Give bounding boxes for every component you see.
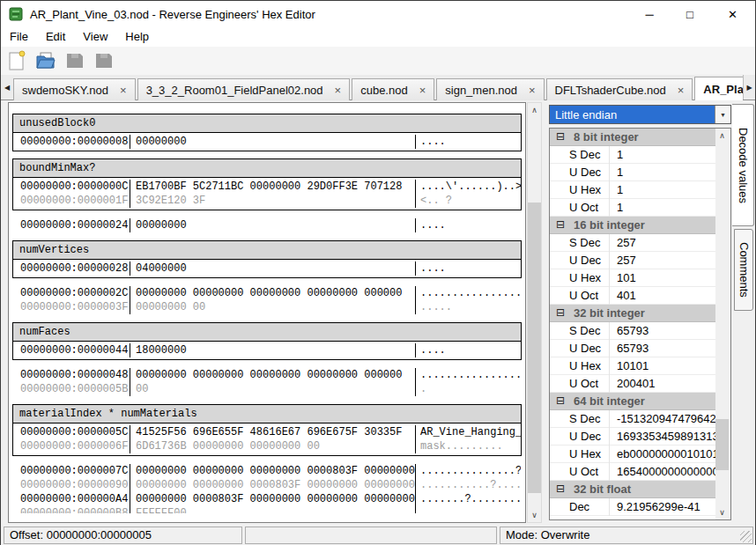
decode-value-cell[interactable]: 9.21956299e-41 bbox=[610, 500, 715, 513]
decode-scroll-up-button[interactable]: ∧ bbox=[715, 129, 729, 143]
hex-row[interactable]: 00000000:0000002400000000.... bbox=[13, 218, 521, 232]
ascii-cell[interactable]: AR_Vine_Hanging_03_ bbox=[415, 425, 521, 439]
hex-bytes-cell[interactable]: 00000000 bbox=[130, 135, 415, 149]
collapse-icon[interactable]: ⊟ bbox=[556, 308, 566, 318]
hex-bytes-cell[interactable]: 18000000 bbox=[130, 343, 415, 357]
close-button[interactable]: ✕ bbox=[710, 1, 755, 27]
file-tab[interactable]: DFLTshaderCube.nod× bbox=[546, 78, 693, 100]
decode-value-cell[interactable]: 1 bbox=[610, 201, 715, 214]
hex-row[interactable]: 00000000:0000002804000000.... bbox=[13, 261, 521, 276]
hex-row[interactable]: 00000000:0000001F3C92E120 3F<.. ? bbox=[13, 194, 521, 208]
collapse-icon[interactable]: ⊟ bbox=[556, 484, 566, 494]
hex-row[interactable]: 00000000:0000005C41525F56 696E655F 48616… bbox=[13, 425, 521, 439]
decode-value-cell[interactable]: 101 bbox=[610, 271, 715, 284]
tab-close-icon[interactable]: × bbox=[120, 85, 127, 96]
hex-row[interactable]: 00000000:0000009000000000 00000000 00008… bbox=[13, 478, 521, 492]
decode-value-cell[interactable]: eb00000000010101 bbox=[610, 447, 715, 460]
ascii-cell[interactable]: .... bbox=[415, 135, 521, 149]
hex-bytes-cell[interactable]: 3C92E120 3F bbox=[130, 194, 415, 208]
tab-close-icon[interactable]: × bbox=[419, 85, 426, 96]
decode-value-cell[interactable]: 401 bbox=[610, 289, 715, 302]
hex-bytes-cell[interactable]: 00000000 00000000 00000000 00000000 0000… bbox=[130, 368, 415, 382]
ascii-cell[interactable] bbox=[415, 506, 521, 513]
collapse-icon[interactable]: ⊟ bbox=[556, 220, 566, 230]
ascii-cell[interactable]: ...............?.... bbox=[415, 464, 521, 478]
decode-value-cell[interactable]: 65793 bbox=[610, 342, 715, 355]
resize-grip[interactable] bbox=[740, 531, 752, 542]
hex-bytes-cell[interactable]: 04000000 bbox=[130, 261, 415, 276]
tab-scroll-right-button[interactable]: ▶ bbox=[743, 75, 755, 99]
ascii-cell[interactable]: ...........?........ bbox=[415, 478, 521, 492]
decode-value-cell[interactable]: -1513209474796420863 bbox=[610, 412, 715, 425]
ascii-cell[interactable]: ................... bbox=[415, 368, 521, 382]
tab-scroll-left-button[interactable]: ◀ bbox=[1, 75, 13, 99]
hex-bytes-cell[interactable]: 00000000 0000803F 00000000 00000000 0000… bbox=[130, 492, 415, 506]
endianness-select[interactable]: Little endian ▼ bbox=[549, 105, 731, 124]
scroll-up-button[interactable]: ∧ bbox=[528, 103, 541, 117]
collapse-icon[interactable]: ⊟ bbox=[556, 132, 566, 142]
ascii-cell[interactable]: . bbox=[415, 382, 521, 396]
maximize-button[interactable]: □ bbox=[670, 1, 710, 27]
decode-value-cell[interactable]: 1 bbox=[610, 166, 715, 179]
hex-view[interactable]: unusedBlock000000000:0000000800000000...… bbox=[8, 102, 526, 523]
open-file-button[interactable] bbox=[33, 48, 59, 73]
ascii-cell[interactable]: .... bbox=[415, 343, 521, 357]
hex-bytes-cell[interactable]: 00000000 00000000 00000000 0000803F 0000… bbox=[130, 464, 415, 478]
file-tab[interactable]: 3_3_2_Room01_FieldPanel02.nod× bbox=[137, 78, 351, 100]
hex-bytes-cell[interactable]: FFFFFF00 bbox=[130, 506, 415, 513]
ascii-cell[interactable]: <.. ? bbox=[415, 194, 521, 208]
combo-arrow-icon[interactable]: ▼ bbox=[715, 106, 730, 123]
side-tab-decode-values[interactable]: Decode values bbox=[732, 104, 754, 226]
decode-value-cell[interactable]: 1 bbox=[610, 183, 715, 196]
file-tab[interactable]: cube.nod× bbox=[352, 78, 434, 100]
file-tab[interactable]: AR_Plant_Vine_03.nod bbox=[694, 77, 743, 100]
decode-value-cell[interactable]: 1654000000000000200401 bbox=[610, 465, 715, 478]
decode-scroll-thumb[interactable] bbox=[715, 419, 729, 470]
decode-value-cell[interactable]: 200401 bbox=[610, 377, 715, 390]
hex-bytes-cell[interactable]: 00 bbox=[130, 382, 415, 396]
hex-row[interactable]: 00000000:0000000CEB1700BF 5C2711BC 00000… bbox=[13, 180, 521, 194]
file-tab[interactable]: swdemoSKY.nod× bbox=[13, 78, 136, 100]
tab-close-icon[interactable]: × bbox=[529, 85, 536, 96]
hex-row[interactable]: 00000000:000000B8FFFFFF00 bbox=[13, 506, 521, 513]
hex-row[interactable]: 00000000:0000002C00000000 00000000 00000… bbox=[13, 286, 521, 300]
decode-scroll-down-button[interactable]: ∨ bbox=[715, 505, 729, 519]
ascii-cell[interactable]: ................... bbox=[415, 286, 521, 300]
hex-bytes-cell[interactable]: 00000000 00000000 00000000 00000000 0000… bbox=[130, 286, 415, 300]
hex-row[interactable]: 00000000:0000003F00000000 00..... bbox=[13, 300, 521, 314]
side-tab-comments[interactable]: Comments bbox=[734, 229, 753, 311]
scroll-thumb[interactable] bbox=[528, 203, 541, 493]
hex-row[interactable]: 00000000:0000000800000000.... bbox=[13, 135, 521, 149]
ascii-cell[interactable]: .... bbox=[415, 261, 521, 276]
menu-item-view[interactable]: View bbox=[74, 27, 116, 47]
ascii-cell[interactable]: ....\'......)..>pq( bbox=[415, 180, 521, 194]
tab-close-icon[interactable]: × bbox=[335, 85, 342, 96]
save-button[interactable] bbox=[62, 48, 88, 73]
hex-bytes-cell[interactable]: 00000000 00000000 0000803F 00000000 0000… bbox=[130, 478, 415, 492]
hex-row[interactable]: 00000000:0000007C00000000 00000000 00000… bbox=[13, 464, 521, 478]
tab-close-icon[interactable]: × bbox=[678, 85, 685, 96]
ascii-cell[interactable]: mask......... bbox=[415, 439, 521, 453]
decode-value-cell[interactable]: 257 bbox=[610, 254, 715, 267]
decode-value-cell[interactable]: 65793 bbox=[610, 324, 715, 337]
ascii-cell[interactable]: ..... bbox=[415, 300, 521, 314]
hex-bytes-cell[interactable]: EB1700BF 5C2711BC 00000000 29D0FF3E 7071… bbox=[130, 180, 415, 194]
scroll-down-button[interactable]: ∨ bbox=[528, 508, 541, 522]
decode-value-cell[interactable]: 16933534598913130753 bbox=[610, 430, 715, 443]
ascii-cell[interactable]: .......?............ bbox=[415, 492, 521, 506]
file-tab[interactable]: sign_men.nod× bbox=[436, 78, 544, 100]
hex-bytes-cell[interactable]: 6D61736B 00000000 00000000 00 bbox=[130, 439, 415, 453]
hex-row[interactable]: 00000000:0000006F6D61736B 00000000 00000… bbox=[13, 439, 521, 453]
new-file-button[interactable] bbox=[4, 48, 30, 73]
minimize-button[interactable]: ─ bbox=[629, 1, 670, 27]
main-vertical-scrollbar[interactable]: ∧ ∨ bbox=[527, 102, 542, 523]
decode-scrollbar[interactable]: ∧ ∨ bbox=[715, 129, 730, 519]
menu-item-file[interactable]: File bbox=[1, 27, 37, 47]
menu-item-edit[interactable]: Edit bbox=[37, 27, 74, 47]
hex-row[interactable]: 00000000:000000A400000000 0000803F 00000… bbox=[13, 492, 521, 506]
hex-bytes-cell[interactable]: 00000000 00 bbox=[130, 300, 415, 314]
decode-value-cell[interactable]: 1 bbox=[610, 148, 715, 161]
collapse-icon[interactable]: ⊟ bbox=[556, 396, 566, 406]
ascii-cell[interactable]: .... bbox=[415, 218, 521, 232]
hex-row[interactable]: 00000000:0000004800000000 00000000 00000… bbox=[13, 368, 521, 382]
